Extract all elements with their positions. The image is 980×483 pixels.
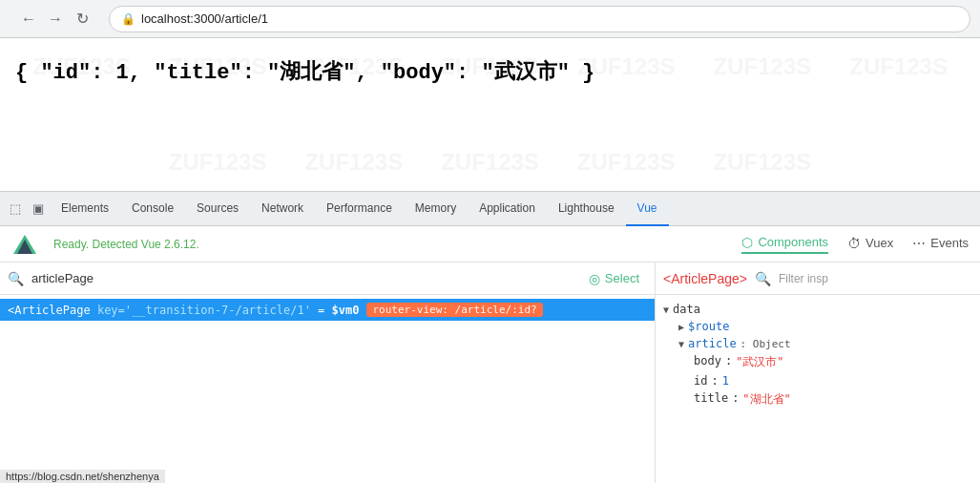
article-value-section: body : "武汉市" id : 1 title : (678, 352, 972, 410)
right-header: <ArticlePage> 🔍 Filter insp (656, 262, 980, 295)
data-row-title: title : "湖北省" (694, 389, 972, 410)
data-key-root[interactable]: ▼ data (663, 301, 972, 318)
vue-logo (11, 231, 38, 258)
article-arrow-icon: ▼ (678, 339, 684, 349)
data-panel: ▼ data ▶ $route ▼ article : Object (656, 295, 980, 483)
title-key: title (694, 391, 728, 408)
tab-lighthouse[interactable]: Lighthouse (547, 192, 626, 226)
body-key: body (694, 354, 721, 370)
tab-console[interactable]: Console (120, 192, 185, 226)
tag-open: <ArticlePage (8, 304, 97, 317)
url-text: localhost:3000/article/1 (141, 11, 268, 26)
forward-button[interactable]: → (44, 8, 67, 31)
tab-vue[interactable]: Vue (626, 192, 669, 226)
data-label: data (673, 303, 700, 316)
refresh-button[interactable]: ↻ (71, 8, 94, 31)
address-bar[interactable]: 🔒 localhost:3000/article/1 (109, 6, 970, 32)
arrow-icon: ▼ (663, 304, 669, 315)
tab-network[interactable]: Network (250, 192, 315, 226)
search-input[interactable] (31, 271, 573, 285)
body-colon: : (725, 354, 732, 370)
data-key-article[interactable]: ▼ article : Object (678, 335, 972, 352)
id-colon: : (711, 374, 718, 388)
tag-vm: $vm0 (332, 304, 360, 317)
components-panel: 🔍 ◎ Select <ArticlePage key='__transitio… (0, 262, 980, 483)
cursor-icon[interactable]: ⬚ (4, 198, 27, 220)
tree-item-articlepage[interactable]: <ArticlePage key='__transition-7-/articl… (0, 299, 655, 321)
json-display: { "id": 1, "title": "湖北省", "body": "武汉市"… (15, 57, 965, 86)
title-colon: : (732, 391, 739, 408)
component-tree: <ArticlePage key='__transition-7-/articl… (0, 295, 655, 483)
route-key: $route (688, 320, 729, 333)
nav-buttons: ← → ↻ (10, 8, 101, 31)
lock-icon: 🔒 (121, 12, 136, 26)
vue-toolbar: Ready. Detected Vue 2.6.12. ⬡ Components… (0, 226, 980, 262)
page-content: { "id": 1, "title": "湖北省", "body": "武汉市"… (0, 38, 980, 191)
vue-nav-vuex[interactable]: ⏱ Vuex (847, 236, 893, 253)
data-key-route[interactable]: ▶ $route (678, 318, 972, 335)
tab-application[interactable]: Application (468, 192, 547, 226)
right-panel: <ArticlePage> 🔍 Filter insp ▼ data ▶ $ro… (656, 262, 980, 483)
left-panel: 🔍 ◎ Select <ArticlePage key='__transitio… (0, 262, 656, 483)
title-value: "湖北省" (742, 391, 790, 408)
tab-memory[interactable]: Memory (404, 192, 468, 226)
filter-placeholder: Filter insp (779, 272, 828, 285)
devtools-panel: ⬚ ▣ Elements Console Sources Network Per… (0, 191, 980, 483)
tab-sources[interactable]: Sources (185, 192, 250, 226)
body-value: "武汉市" (736, 354, 783, 370)
search-icon: 🔍 (8, 271, 24, 286)
tag-attr: key='__transition-7-/article/1' (97, 304, 311, 317)
filter-icon: 🔍 (755, 271, 771, 286)
router-tag: router-view: /article/:id? (366, 303, 542, 317)
select-icon: ◎ (589, 271, 600, 286)
article-type: : Object (740, 338, 791, 350)
vue-nav-events[interactable]: ⋯ Events (912, 236, 969, 253)
back-button[interactable]: ← (17, 8, 40, 31)
id-value: 1 (722, 374, 729, 388)
data-section: ▼ data ▶ $route ▼ article : Object (663, 301, 972, 410)
vuex-icon: ⏱ (847, 236, 861, 251)
component-name-display: <ArticlePage> (663, 271, 747, 286)
id-key: id (694, 374, 707, 388)
vue-nav: ⬡ Components ⏱ Vuex ⋯ Events (741, 235, 969, 254)
route-arrow-icon: ▶ (678, 322, 684, 332)
search-bar: 🔍 ◎ Select (0, 262, 655, 295)
tab-performance[interactable]: Performance (315, 192, 404, 226)
tab-elements[interactable]: Elements (50, 192, 120, 226)
tag-eq: = (311, 304, 332, 317)
data-row-id: id : 1 (694, 372, 972, 389)
footer-url: https://blog.csdn.net/shenzhenya (0, 470, 165, 483)
data-row-body: body : "武汉市" (694, 352, 972, 372)
article-key: article (688, 337, 737, 350)
vue-status: Ready. Detected Vue 2.6.12. (53, 238, 199, 251)
devtools-tab-bar: ⬚ ▣ Elements Console Sources Network Per… (0, 192, 980, 226)
components-icon: ⬡ (741, 235, 753, 250)
vue-nav-components[interactable]: ⬡ Components (741, 235, 828, 254)
events-icon: ⋯ (912, 236, 926, 251)
device-icon[interactable]: ▣ (27, 198, 50, 220)
data-value-section: ▶ $route ▼ article : Object body : (663, 318, 972, 410)
browser-toolbar: ← → ↻ 🔒 localhost:3000/article/1 (0, 0, 980, 38)
select-button[interactable]: ◎ Select (581, 267, 647, 290)
